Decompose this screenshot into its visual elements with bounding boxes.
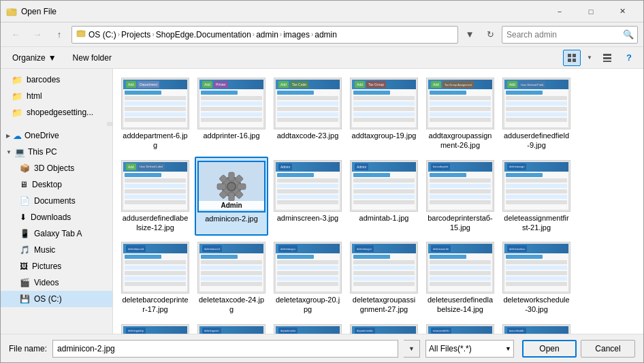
file-item[interactable]: AddPrinteraddprinter-16.jpg [195, 74, 268, 154]
sidebar-item-galaxytab[interactable]: 📱 Galaxy Tab A [1, 225, 112, 242]
breadcrumb-part-2[interactable]: Projects [121, 30, 150, 40]
organize-button[interactable]: Organize ▼ [6, 50, 63, 66]
view-thumbnails-button[interactable] [563, 50, 581, 66]
sidebar-item-downloads[interactable]: ⬇ Downloads [1, 209, 112, 225]
sidebar-label-onedrive: OneDrive [25, 131, 59, 140]
nav-toolbar: ← → ↑ OS (C:) › Projects › ShopEdge.Docu… [1, 22, 643, 47]
file-item[interactable]: Adminadminscreen-3.jpg [271, 157, 344, 236]
svg-rect-15 [237, 183, 246, 189]
file-item[interactable]: taxcodestabtaxcodestab-22.jpg [500, 321, 573, 334]
file-item[interactable]: deletinguserdeletinguserdefinedfields-10… [195, 321, 268, 334]
sidebar-item-thispc[interactable]: ▼ 💻 This PC [1, 144, 112, 160]
view-list-button[interactable] [598, 50, 616, 66]
sidebar-item-osc[interactable]: 💾 OS (C:) [1, 291, 112, 307]
file-item[interactable]: deletetaxcoddeletetaxcode-24.jpg [195, 238, 268, 318]
file-item[interactable]: barcodeprintbarcodeprinterstaб-15.jpg [423, 157, 497, 236]
breadcrumb-part-5[interactable]: images [283, 30, 310, 40]
sidebar-item-videos[interactable]: 🎬 Videos [1, 274, 112, 291]
file-item[interactable]: Adminadmintab-1.jpg [347, 157, 421, 236]
filename-label: File name: [9, 344, 47, 353]
svg-rect-5 [568, 59, 571, 62]
cancel-button[interactable]: Cancel [581, 340, 635, 358]
file-item[interactable]: departmentsdepartments-5.jpg [271, 321, 344, 334]
file-item[interactable]: AddTax Groupaddtaxgroup-19.jpg [347, 74, 421, 154]
sidebar-item-html[interactable]: 📁 html [1, 88, 112, 104]
up-button[interactable]: ↑ [50, 26, 69, 44]
file-item[interactable]: departmenttadepartmenttab-4.jpg [347, 321, 421, 334]
file-item[interactable]: deletetaxgrodeletetaxgroup-20.jpg [271, 238, 344, 318]
sidebar-item-documents[interactable]: 📄 Documents [1, 193, 112, 209]
breadcrumb-part-6[interactable]: admin [315, 30, 337, 40]
bottom-bar: File name: ▼ All Files(*.*) ▼ Open Cance… [1, 334, 643, 362]
file-item[interactable]: deleteuserdedeleteuserdefinedlabelsize-1… [423, 238, 497, 318]
3d-icon: 📦 [20, 163, 30, 173]
file-name: adduserdefinedlabelsize-12.jpg [122, 213, 189, 233]
expand-icon: ▶ [6, 133, 10, 139]
file-item[interactable]: newuserdefinnewuserdefinedlabelsize-13.j… [423, 321, 497, 334]
sidebar-label-music: Music [34, 245, 55, 255]
open-button[interactable]: Open [522, 340, 577, 358]
organize-arrow-icon: ▼ [48, 53, 57, 63]
view-dropdown-button[interactable]: ▼ [585, 50, 594, 66]
svg-rect-6 [573, 59, 576, 62]
file-item[interactable]: deleteworkscdeleteworkschedule-30.jpg [500, 238, 573, 318]
sidebar-label-desktop: Desktop [32, 180, 62, 189]
file-item[interactable]: deletetaxgrodeletetaxgroupassignment-27.… [347, 238, 421, 318]
filename-input[interactable] [52, 340, 398, 358]
back-button[interactable]: ← [6, 26, 25, 44]
sec-toolbar: Organize ▼ New folder ▼ ? [1, 47, 643, 69]
maximize-button[interactable]: □ [575, 1, 607, 22]
sidebar-label-3d: 3D Objects [34, 163, 74, 173]
breadcrumb-icon [76, 29, 86, 40]
breadcrumb-part-4[interactable]: admin [256, 30, 278, 40]
new-folder-button[interactable]: New folder [67, 50, 118, 66]
close-button[interactable]: ✕ [607, 1, 638, 22]
file-item[interactable]: Adminadminicon-2.jpg [195, 157, 268, 236]
file-item[interactable]: deletingadepdeletingadepartment-7.jpg [118, 321, 192, 334]
sidebar-item-barcodes[interactable]: 📁 barcodes [1, 72, 112, 88]
file-name: deletetaxgroup-20.jpg [274, 295, 341, 315]
sidebar-label-downloads: Downloads [31, 212, 71, 222]
file-name: adduserdefinedfield-9.jpg [503, 131, 570, 151]
sidebar: 📁 barcodes 📁 html 📁 shopedgesetting... ▶… [1, 69, 113, 334]
refresh-button[interactable]: ↻ [481, 26, 499, 44]
forward-button[interactable]: → [28, 26, 47, 44]
tablet-icon: 📱 [20, 229, 30, 238]
sidebar-item-pictures[interactable]: 🖼 Pictures [1, 258, 112, 274]
breadcrumb-part-1[interactable]: OS (C:) [88, 30, 116, 40]
dropdown-button[interactable]: ▼ [461, 26, 479, 44]
sidebar-item-desktop[interactable]: 🖥 Desktop [1, 176, 112, 193]
sidebar-item-onedrive[interactable]: ▶ ☁ OneDrive [1, 127, 112, 144]
file-item[interactable]: deleteassigndeleteassignmentfirst-21.jpg [500, 157, 573, 236]
sidebar-label-shopedge: shopedgesetting... [27, 108, 93, 117]
sidebar-item-3dobjects[interactable]: 📦 3D Objects [1, 160, 112, 176]
filename-dropdown-button[interactable]: ▼ [404, 340, 420, 358]
file-item[interactable]: AddDepartmentadddepartment-6.jpg [118, 74, 192, 154]
breadcrumb-part-3[interactable]: ShopEdge.Documentation [156, 30, 251, 40]
file-item[interactable]: AddTax Codeaddtaxcode-23.jpg [271, 74, 344, 154]
sidebar-item-music[interactable]: 🎵 Music [1, 242, 112, 258]
filetype-select[interactable]: All Files(*.*) [425, 340, 514, 358]
search-box: 🔍 [502, 26, 638, 44]
file-name: addtaxgroup-19.jpg [352, 131, 417, 140]
desktop-icon: 🖥 [20, 180, 28, 189]
filetype-wrapper: All Files(*.*) ▼ [425, 340, 514, 358]
dialog-title: Open File [21, 7, 544, 16]
sidebar-label-barcodes: barcodes [27, 75, 60, 84]
file-item[interactable]: AddTax Group Assignmentaddtaxgroupassign… [423, 74, 497, 154]
minimize-button[interactable]: − [544, 1, 575, 22]
file-item[interactable]: deletebarcoddeletebarcodeprinter-17.jpg [118, 238, 192, 318]
sidebar-item-shopedge[interactable]: 📁 shopedgesetting... [1, 104, 112, 121]
file-item[interactable]: AddUser Defined Fieldadduserdefinedfield… [500, 74, 573, 154]
help-button[interactable]: ? [620, 49, 638, 67]
file-name: deleteassignmentfirst-21.jpg [503, 213, 570, 233]
search-button[interactable]: 🔍 [619, 27, 637, 43]
window-controls: − □ ✕ [544, 1, 638, 22]
file-item[interactable]: AddUser Defined Labeladduserdefinedlabel… [118, 157, 192, 236]
expand-icon: ▼ [6, 149, 12, 155]
search-input[interactable] [502, 30, 619, 40]
breadcrumb[interactable]: OS (C:) › Projects › ShopEdge.Documentat… [71, 26, 458, 44]
sidebar-label-documents: Documents [34, 196, 76, 206]
videos-icon: 🎬 [20, 278, 30, 287]
file-name: adminicon-2.jpg [205, 214, 258, 223]
